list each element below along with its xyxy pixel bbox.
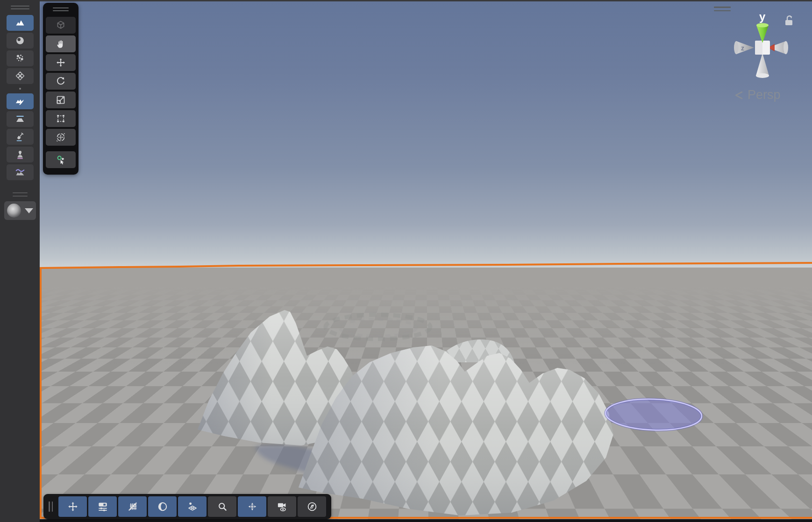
tool-settings-icon [97, 501, 109, 513]
surface-snap-button[interactable] [178, 496, 207, 517]
custom-tool-button[interactable] [46, 151, 76, 168]
pan-move-button[interactable] [58, 496, 87, 517]
context-tool-button[interactable] [46, 17, 76, 34]
gizmo-down-cone[interactable] [756, 53, 769, 78]
sidebar-separator-dot [19, 88, 21, 90]
add-tool-icon [55, 154, 66, 165]
cube-icon [55, 20, 66, 31]
compass-icon [306, 501, 318, 513]
view-tool-button[interactable] [46, 35, 76, 52]
rect-icon [55, 113, 66, 124]
move-icon [55, 57, 66, 68]
transform-tool-button[interactable] [46, 129, 76, 146]
viewport-bottom-toolbar [43, 494, 331, 519]
camera-eye-icon [276, 501, 288, 513]
gizmo-z-axis-cone[interactable]: z [734, 41, 754, 54]
gizmo-x-axis-cone[interactable] [768, 41, 788, 54]
app-window: z y Persp [0, 0, 812, 522]
stamp-tool-button[interactable] [7, 147, 34, 162]
terrain-ring-artifact [326, 315, 430, 339]
camera-view-button[interactable] [268, 496, 296, 517]
stamp-icon [14, 149, 26, 160]
sidebar-drag-handle[interactable] [11, 6, 29, 10]
shovel-icon [14, 131, 26, 142]
brush-preview-dropdown[interactable] [4, 201, 36, 220]
projection-label: Persp [748, 88, 781, 102]
overlay-drag-handle[interactable] [53, 7, 69, 12]
scatter-tool-button[interactable] [7, 50, 34, 66]
noise-wave-icon [14, 167, 26, 178]
flatten-icon [14, 113, 26, 125]
toolbar-drag-grip[interactable] [49, 501, 53, 512]
transform-icon [55, 132, 66, 143]
navigation-button[interactable] [298, 496, 326, 517]
search-button[interactable] [208, 496, 236, 517]
grid-slash-icon [127, 501, 139, 513]
noise-tool-button[interactable] [7, 164, 34, 180]
grid-snapping-button[interactable] [118, 496, 147, 517]
transform-tools-overlay [43, 3, 78, 175]
scale-tool-button[interactable] [46, 92, 76, 108]
shading-mode-button[interactable] [148, 496, 177, 517]
rotate-tool-button[interactable] [46, 73, 76, 90]
scene-overlay [40, 0, 812, 522]
rotate-icon [55, 76, 66, 87]
move-icon [67, 501, 79, 513]
brush-falloff-preview [7, 204, 21, 218]
scatter-plane-icon [186, 501, 199, 513]
gizmo-y-label: y [759, 10, 766, 23]
hand-icon [55, 38, 66, 49]
crater-tool-button[interactable] [7, 33, 34, 49]
scene-viewport[interactable] [40, 0, 812, 522]
sculpt-brush-icon [14, 96, 26, 107]
tiles-tool-button[interactable] [7, 68, 34, 84]
move-tool-button[interactable] [46, 54, 76, 71]
scatter-dots-icon [14, 53, 26, 64]
gizmo-z-label: z [741, 44, 744, 52]
rect-tool-button[interactable] [46, 110, 76, 127]
projection-indicator[interactable]: Persp [733, 88, 781, 102]
unlock-icon[interactable] [783, 14, 795, 27]
chevron-down-icon [25, 208, 33, 213]
mountain-icon [14, 17, 26, 28]
flatten-tool-button[interactable] [7, 111, 34, 127]
gizmo-y-axis-cone[interactable] [756, 23, 769, 43]
crater-icon [14, 35, 26, 46]
left-tool-sidebar [0, 0, 40, 522]
search-icon [216, 501, 228, 513]
diamond-tiles-icon [14, 71, 26, 82]
dig-tool-button[interactable] [7, 129, 34, 145]
brush-cursor [605, 397, 702, 431]
tool-settings-button[interactable] [88, 496, 117, 517]
viewport-bottom-edge [40, 519, 812, 522]
moon-sphere-icon [157, 501, 169, 513]
sidebar-section-separator[interactable] [13, 192, 28, 197]
focus-icon [246, 501, 258, 513]
persp-arrow-icon [733, 89, 745, 101]
mountain-tool-button[interactable] [7, 15, 34, 31]
scale-icon [55, 94, 66, 106]
sculpt-tool-button[interactable] [7, 93, 34, 109]
center-pivot-button[interactable] [238, 496, 266, 517]
viewport-top-edge [40, 0, 812, 1]
